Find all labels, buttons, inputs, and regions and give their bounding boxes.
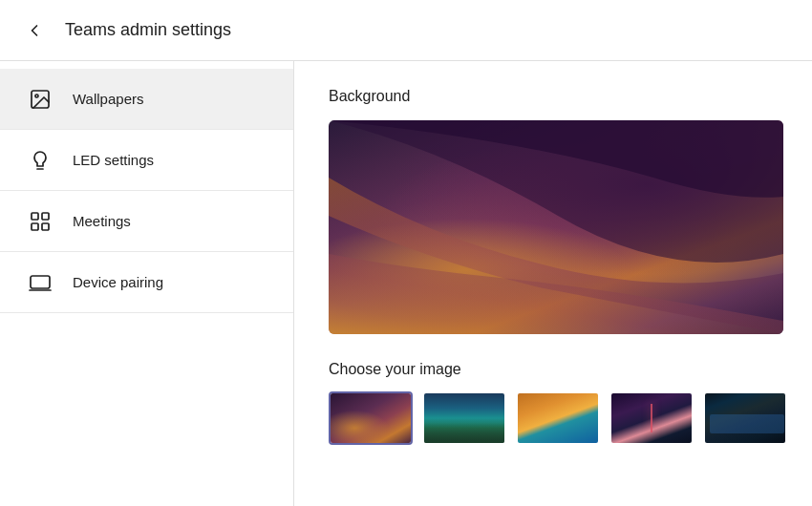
thumbnail-5[interactable] <box>703 391 787 445</box>
thumbnail-image-3 <box>518 393 598 443</box>
sidebar-item-wallpapers[interactable]: Wallpapers <box>0 69 293 130</box>
sidebar-item-label-device-pairing: Device pairing <box>73 274 163 290</box>
svg-rect-2 <box>32 213 38 220</box>
choose-image-title: Choose your image <box>329 361 778 378</box>
content-area: Background <box>294 61 812 506</box>
sidebar-item-led-settings[interactable]: LED settings <box>0 130 293 191</box>
sidebar-item-label-led: LED settings <box>73 152 154 168</box>
device-pairing-icon <box>23 265 57 300</box>
svg-rect-6 <box>31 276 50 288</box>
thumbnail-1[interactable] <box>329 391 413 445</box>
sidebar-item-label-wallpapers: Wallpapers <box>73 91 143 107</box>
background-wave-overlay <box>329 120 783 334</box>
wallpapers-icon <box>23 82 57 116</box>
thumbnail-3[interactable] <box>516 391 600 445</box>
background-preview <box>329 120 783 334</box>
sidebar-item-label-meetings: Meetings <box>73 213 131 229</box>
svg-rect-3 <box>42 213 49 220</box>
background-section-title: Background <box>329 88 778 105</box>
thumbnail-image-1 <box>331 393 411 443</box>
thumbnail-2[interactable] <box>422 391 506 445</box>
thumbnail-image-4 <box>611 393 692 443</box>
back-button[interactable] <box>19 15 50 46</box>
sidebar: Wallpapers LED settings Meeti <box>0 61 294 506</box>
thumbnail-image-5 <box>705 393 785 443</box>
led-icon <box>23 143 57 178</box>
sidebar-item-meetings[interactable]: Meetings <box>0 191 293 252</box>
main-layout: Wallpapers LED settings Meeti <box>0 61 812 506</box>
svg-point-1 <box>35 95 38 97</box>
svg-rect-4 <box>32 223 38 230</box>
page-title: Teams admin settings <box>65 20 231 40</box>
header: Teams admin settings <box>0 0 812 61</box>
thumbnail-4[interactable] <box>609 391 694 445</box>
meetings-icon <box>23 204 57 239</box>
svg-rect-5 <box>42 223 49 230</box>
thumbnails-row <box>329 391 778 445</box>
sidebar-item-device-pairing[interactable]: Device pairing <box>0 252 293 313</box>
thumbnail-image-2 <box>424 393 504 443</box>
